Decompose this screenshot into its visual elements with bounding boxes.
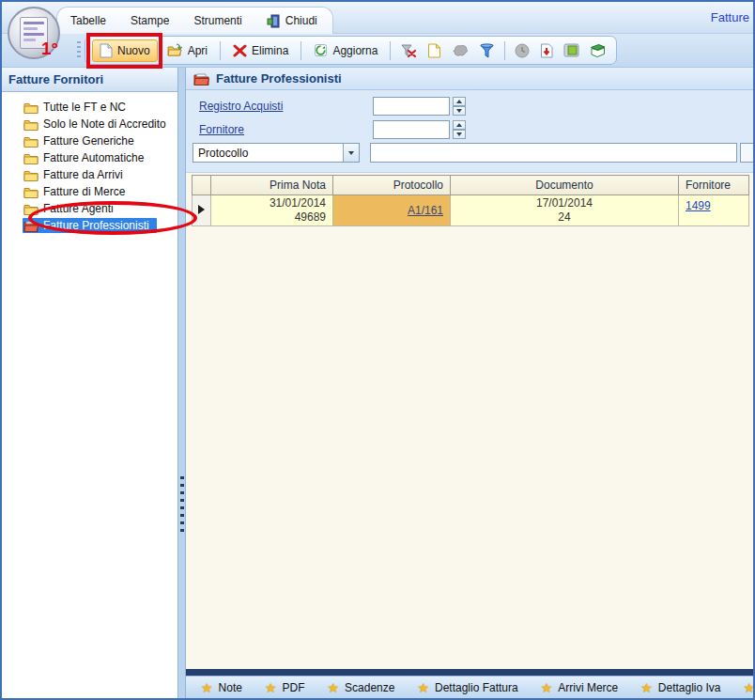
folder-icon [23,169,39,181]
search-field-selected-value: Protocollo [193,147,343,160]
print-button-disabled[interactable] [448,41,472,60]
sidebar-item-fatture-generiche[interactable]: Fatture Generiche [2,132,177,149]
column-header-protocollo[interactable]: Protocollo [333,176,451,195]
star-icon: ★ [640,681,653,694]
main-panel: Fatture Professionisti Registro Acquisti… [186,68,753,698]
sidebar-item-fatture-automatiche[interactable]: Fatture Automatiche [2,149,177,166]
protocollo-link[interactable]: A1/161 [408,204,443,217]
sidebar-item-solo-le-note-di-accredito[interactable]: Solo le Note di Accredito [2,116,177,132]
open-folder-red-icon [23,220,39,232]
aggiorna-button[interactable]: Aggiorna [307,40,384,60]
tab-note[interactable]: ★ Note [201,681,242,694]
sidebar-item-tutte-le-ft-e-nc[interactable]: Tutte le FT e NC [2,99,177,116]
search-field-select[interactable]: Protocollo [193,143,360,163]
new-blank-document-button[interactable] [424,40,445,61]
toolbar-separator [390,41,391,60]
menu-bar: Tabelle Stampe Strumenti Chiudi Fatture [2,2,753,34]
green-book-icon [590,44,606,57]
new-page-icon [100,43,113,58]
fornitore-input[interactable] [373,120,450,139]
cell-fornitore[interactable]: 1499 [679,195,749,226]
chevron-down-icon[interactable] [343,144,359,162]
column-header-prima-nota[interactable]: Prima Nota [211,176,333,195]
registry-book-button[interactable] [586,41,609,60]
toolbar-group: Nuovo Apri [85,36,617,65]
registro-acquisti-link[interactable]: Registro Acquisti [199,100,283,113]
row-indicator-header [193,176,211,195]
toolbar-grip [77,41,81,60]
panel-splitter[interactable] [177,68,186,698]
fornitore-link[interactable]: Fornitore [199,123,244,136]
clear-filter-button[interactable] [396,40,421,61]
folder-icon [23,135,39,148]
folder-icon [23,186,39,198]
sidebar-title: Fatture Fornitori [2,68,177,92]
spin-up-icon[interactable] [453,97,466,106]
window-brand: Fatture [711,10,749,24]
annotation-step-label: 1° [41,39,58,59]
tab-scadenze[interactable]: ★ Scadenze [327,681,394,694]
filter-remove-icon [400,43,417,58]
cell-documento[interactable]: 17/01/2014 24 [451,195,679,226]
clock-disabled-icon [515,43,530,58]
current-row-indicator [193,195,211,226]
nuovo-button[interactable]: Nuovo [92,39,158,62]
folder-icon [23,118,39,131]
search-edge-button[interactable] [740,143,755,163]
menu-item-tabelle[interactable]: Tabelle [70,14,106,27]
menu-item-strumenti[interactable]: Strumenti [193,14,241,27]
star-icon: ★ [327,681,339,694]
cell-protocollo[interactable]: A1/161 [333,195,451,226]
registro-acquisti-input[interactable] [373,97,450,116]
clock-button-disabled[interactable] [511,40,533,61]
folder-icon [23,101,39,114]
star-icon: ★ [201,681,213,694]
toolbar-separator [220,41,221,60]
star-icon: ★ [417,681,429,694]
column-header-documento[interactable]: Documento [451,176,679,195]
filter-button[interactable] [475,40,499,61]
open-folder-icon [167,43,183,57]
tab-anticipi[interactable]: ★ Anticipi [744,681,753,694]
elimina-button[interactable]: Elimina [226,41,295,60]
spin-down-icon[interactable] [453,106,466,116]
menu-item-stampe[interactable]: Stampe [131,14,169,27]
spin-down-icon[interactable] [453,130,466,139]
tab-dettaglio-fattura[interactable]: ★ Dettaglio Fattura [417,681,517,694]
sidebar-list: Tutte le FT e NC Solo le Note di Accredi… [2,92,177,234]
sidebar: Fatture Fornitori Tutte le FT e NC Solo … [2,68,177,698]
fornitore-link-cell[interactable]: 1499 [686,199,711,212]
exit-door-icon [267,14,281,28]
menu-strip: Tabelle Stampe Strumenti Chiudi [56,7,333,34]
sidebar-item-fatture-professionisti[interactable]: Fatture Professionisti [2,217,177,234]
preview-window-button[interactable] [560,40,583,60]
toolbar-separator [504,41,505,60]
sidebar-item-fatture-da-arrivi[interactable]: Fatture da Arrivi [2,166,177,183]
fornitore-stepper[interactable] [453,120,466,139]
tab-arrivi-merce[interactable]: ★ Arrivi Merce [541,681,619,694]
main-panel-title: Fatture Professionisti [216,71,342,86]
funnel-icon [479,43,495,58]
tab-dettaglio-iva[interactable]: ★ Dettaglio Iva [640,681,720,694]
star-icon: ★ [744,681,753,694]
table-row[interactable]: 31/01/2014 49689 A1/161 17/01/2014 24 14… [193,195,749,226]
registro-acquisti-stepper[interactable] [453,97,466,116]
bottom-tab-bar: ★ Note ★ PDF ★ Scadenze ★ Dettaglio Fatt… [186,676,753,698]
toolbar: 1° Nuovo [2,34,753,68]
sidebar-item-fatture-di-merce[interactable]: Fatture di Merce [2,183,177,200]
search-input[interactable] [370,143,737,163]
filter-area: Registro Acquisti Fornitore Protocollo [186,90,753,173]
row-arrow-icon [198,205,205,214]
cell-prima-nota[interactable]: 31/01/2014 49689 [211,195,333,226]
menu-item-chiudi[interactable]: Chiudi [267,14,317,28]
apri-button[interactable]: Apri [161,40,214,60]
spin-up-icon[interactable] [453,120,466,130]
folder-icon [23,203,39,215]
toolbar-separator [300,41,301,60]
page-download-icon [540,43,553,58]
main-panel-header: Fatture Professionisti [186,68,753,90]
import-document-button[interactable] [536,40,557,61]
sidebar-item-fatture-agenti[interactable]: Fatture Agenti [2,200,177,217]
tab-pdf[interactable]: ★ PDF [265,681,305,694]
column-header-fornitore[interactable]: Fornitore [679,176,749,195]
